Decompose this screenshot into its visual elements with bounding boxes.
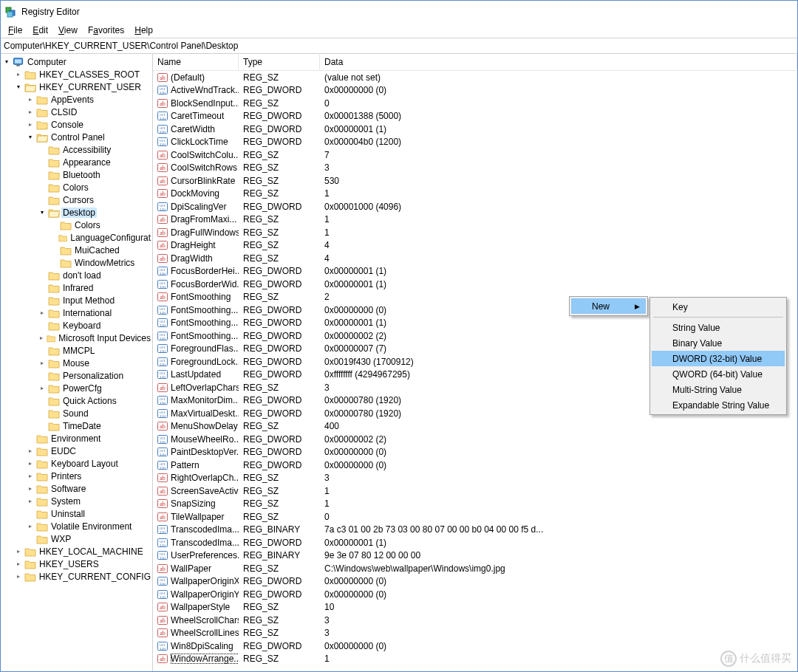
value-row[interactable]: TileWallpaperREG_SZ0 <box>153 510 797 524</box>
value-row[interactable]: ClickLockTimeREG_DWORD0x000004b0 (1200) <box>153 136 797 149</box>
tree-item[interactable]: ▸HKEY_LOCAL_MACHINE <box>14 545 152 558</box>
chevron-right-icon[interactable]: ▸ <box>26 447 35 456</box>
tree-item[interactable]: Keyboard <box>38 319 152 332</box>
tree-item[interactable]: Personalization <box>38 369 152 382</box>
chevron-right-icon[interactable]: ▸ <box>14 547 23 556</box>
tree-item[interactable]: ▸HKEY_CURRENT_CONFIG <box>14 570 152 583</box>
value-row[interactable]: MouseWheelRo...REG_DWORD0x00000002 (2) <box>153 433 797 446</box>
tree-item[interactable]: Colors <box>50 219 152 231</box>
tree-item[interactable]: TimeDate <box>38 419 152 432</box>
value-row[interactable]: DockMovingREG_SZ1 <box>153 188 797 201</box>
value-row[interactable]: PaintDesktopVer...REG_DWORD0x00000000 (0… <box>153 446 797 459</box>
tree-item[interactable]: ▸Printers <box>26 470 152 482</box>
ctx-new-qword[interactable]: QWORD (64-bit) Value <box>652 366 785 382</box>
chevron-right-icon[interactable]: ▸ <box>26 95 35 104</box>
value-row[interactable]: BlockSendInput...REG_SZ0 <box>153 97 797 110</box>
chevron-right-icon[interactable]: ▸ <box>26 120 35 129</box>
value-row[interactable]: PatternREG_DWORD0x00000000 (0) <box>153 459 797 472</box>
value-row[interactable]: ActiveWndTrack...REG_DWORD0x00000000 (0) <box>153 84 797 97</box>
tree-item[interactable]: LanguageConfigurat <box>50 231 152 244</box>
ctx-new[interactable]: New ▶ <box>571 298 646 314</box>
chevron-right-icon[interactable]: ▸ <box>26 459 35 468</box>
value-row[interactable]: CursorBlinkRateREG_SZ530 <box>153 174 797 188</box>
tree-item[interactable]: Environment <box>26 432 152 445</box>
tree-item[interactable]: ▸CLSID <box>26 106 152 118</box>
tree-item[interactable]: Colors <box>38 181 152 193</box>
value-row[interactable]: UserPreferences...REG_BINARY9e 3e 07 80 … <box>153 549 797 563</box>
value-row[interactable]: MenuShowDelayREG_SZ400 <box>153 420 797 433</box>
chevron-right-icon[interactable]: ▸ <box>38 384 47 393</box>
tree-item[interactable]: WXP <box>26 532 152 545</box>
tree-item[interactable]: Accessibility <box>38 143 152 156</box>
ctx-new-expand[interactable]: Expandable String Value <box>652 397 785 413</box>
col-type[interactable]: Type <box>239 55 320 69</box>
tree-item[interactable]: ▸HKEY_USERS <box>14 558 152 570</box>
value-row[interactable]: TranscodedIma...REG_DWORD0x00000001 (1) <box>153 536 797 549</box>
ctx-new-dword[interactable]: DWORD (32-bit) Value <box>652 351 785 366</box>
chevron-right-icon[interactable]: ▸ <box>26 522 35 531</box>
ctx-new-key[interactable]: Key <box>652 299 785 315</box>
value-row[interactable]: CaretWidthREG_DWORD0x00000001 (1) <box>153 123 797 136</box>
ctx-new-multi[interactable]: Multi-String Value <box>652 382 785 397</box>
tree-item[interactable]: WindowMetrics <box>50 256 152 269</box>
col-name[interactable]: Name <box>153 55 239 69</box>
tree-item[interactable]: ▸EUDC <box>26 445 152 457</box>
tree-item[interactable]: ▸System <box>26 495 152 507</box>
tree-item[interactable]: don't load <box>38 269 152 281</box>
tree-item[interactable]: MMCPL <box>38 344 152 357</box>
tree-item[interactable]: ▸PowerCfg <box>38 382 152 394</box>
chevron-down-icon[interactable]: ▾ <box>2 58 11 66</box>
value-row[interactable]: WindowArrange...REG_SZ1 <box>153 653 797 666</box>
value-row[interactable]: DragFromMaxi...REG_SZ1 <box>153 213 797 227</box>
tree-item[interactable]: ▸AppEvents <box>26 93 152 106</box>
value-row[interactable]: DragHeightREG_SZ4 <box>153 239 797 253</box>
tree-pane[interactable]: ▾Computer▸HKEY_CLASSES_ROOT▾HKEY_CURRENT… <box>1 54 153 671</box>
value-row[interactable]: FocusBorderWid...REG_DWORD0x00000001 (1) <box>153 278 797 291</box>
value-row[interactable]: (Default)REG_SZ(value not set) <box>153 71 797 84</box>
title-bar[interactable]: Registry Editor <box>1 1 797 23</box>
tree-item[interactable]: Bluetooth <box>38 168 152 181</box>
value-row[interactable]: CoolSwitchColu...REG_SZ7 <box>153 148 797 162</box>
tree-item[interactable]: Appearance <box>38 156 152 168</box>
value-row[interactable]: DragFullWindowsREG_SZ1 <box>153 226 797 239</box>
ctx-new-string[interactable]: String Value <box>652 320 785 335</box>
ctx-new-binary[interactable]: Binary Value <box>652 335 785 351</box>
value-row[interactable]: CaretTimeoutREG_DWORD0x00001388 (5000) <box>153 110 797 123</box>
value-row[interactable]: WallpaperOriginXREG_DWORD0x00000000 (0) <box>153 575 797 589</box>
tree-item[interactable]: Infrared <box>38 281 152 294</box>
chevron-right-icon[interactable]: ▸ <box>14 572 23 581</box>
value-row[interactable]: SnapSizingREG_SZ1 <box>153 498 797 511</box>
tree-item[interactable]: ▸Keyboard Layout <box>26 457 152 470</box>
tree-item[interactable]: Uninstall <box>26 507 152 520</box>
col-data[interactable]: Data <box>320 55 797 69</box>
tree-item[interactable]: Sound <box>38 407 152 419</box>
chevron-right-icon[interactable]: ▸ <box>14 70 23 79</box>
chevron-down-icon[interactable]: ▾ <box>26 133 35 142</box>
tree-item[interactable]: ▸Console <box>26 118 152 131</box>
tree-item[interactable]: ▾Control Panel <box>26 131 152 143</box>
chevron-right-icon[interactable]: ▸ <box>38 309 47 318</box>
menu-favorites[interactable]: Favorites <box>83 24 129 36</box>
tree-item[interactable]: ▸Software <box>26 482 152 495</box>
value-row[interactable]: DragWidthREG_SZ4 <box>153 252 797 265</box>
tree-item[interactable]: ▸International <box>38 306 152 319</box>
tree-item[interactable]: ▾HKEY_CURRENT_USER <box>14 80 152 93</box>
value-row[interactable]: WallpaperOriginYREG_DWORD0x00000000 (0) <box>153 588 797 601</box>
chevron-right-icon[interactable]: ▸ <box>26 472 35 481</box>
value-row[interactable]: WallpaperStyleREG_SZ10 <box>153 601 797 614</box>
chevron-down-icon[interactable]: ▾ <box>14 83 23 92</box>
menu-view[interactable]: View <box>54 24 82 36</box>
chevron-right-icon[interactable]: ▸ <box>14 560 23 569</box>
menu-file[interactable]: File <box>4 24 27 36</box>
tree-item[interactable]: ▸Volatile Environment <box>26 520 152 532</box>
menu-edit[interactable]: Edit <box>28 24 52 36</box>
address-bar[interactable]: Computer\HKEY_CURRENT_USER\Control Panel… <box>1 38 797 54</box>
tree-item[interactable]: ▸HKEY_CLASSES_ROOT <box>14 68 152 80</box>
value-row[interactable]: WheelScrollLinesREG_SZ3 <box>153 627 797 640</box>
tree-item[interactable]: Quick Actions <box>38 394 152 407</box>
value-row[interactable]: FocusBorderHei...REG_DWORD0x00000001 (1) <box>153 265 797 278</box>
menu-help[interactable]: Help <box>130 24 157 36</box>
chevron-right-icon[interactable]: ▸ <box>38 334 45 343</box>
tree-item[interactable]: MuiCached <box>50 244 152 256</box>
chevron-right-icon[interactable]: ▸ <box>26 484 35 493</box>
